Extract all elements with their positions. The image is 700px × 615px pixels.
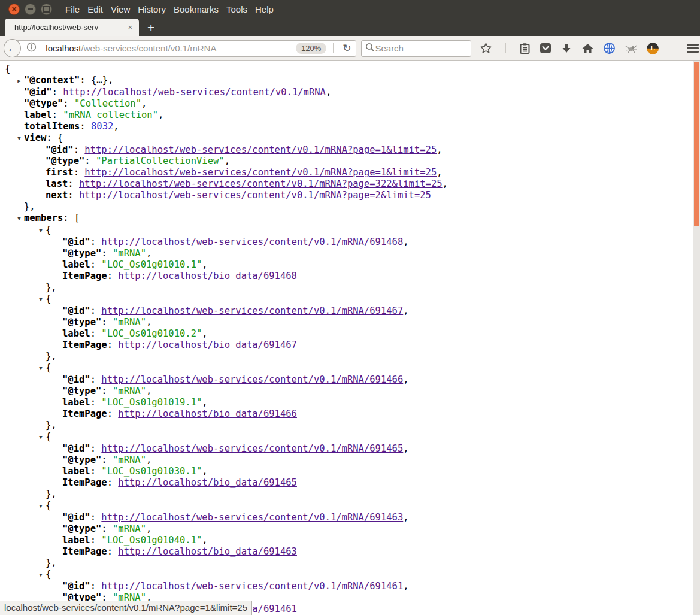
spider-addon-icon[interactable]	[625, 43, 638, 54]
json-punct: ,	[437, 167, 442, 178]
expanded-toggle-icon[interactable]: ▼	[36, 569, 46, 581]
json-link[interactable]: http://localhost/bio_data/691466	[118, 408, 297, 419]
json-key: "@type"	[62, 523, 101, 534]
new-tab-button[interactable]: +	[139, 21, 162, 36]
menu-view[interactable]: View	[111, 4, 130, 14]
menu-edit[interactable]: Edit	[87, 4, 103, 14]
scrollbar-track[interactable]	[693, 61, 700, 615]
zoom-level-badge[interactable]: 120%	[296, 43, 326, 54]
json-key: "@id"	[24, 87, 52, 98]
json-link[interactable]: http://localhost/web-services/content/v0…	[101, 305, 403, 316]
json-punct: ,	[403, 512, 408, 523]
json-key: label	[24, 110, 52, 120]
window-close-button[interactable]: ×	[8, 4, 20, 15]
json-link[interactable]: http://localhost/bio_data/691465	[118, 477, 297, 488]
expanded-toggle-icon[interactable]: ▼	[14, 213, 24, 225]
json-key: "@type"	[24, 98, 63, 109]
pocket-icon[interactable]	[540, 43, 551, 54]
menu-help[interactable]: Help	[255, 4, 274, 14]
tab-close-icon[interactable]: ×	[126, 23, 134, 32]
json-punct: },	[46, 282, 57, 293]
json-line: label: "LOC_Os01g01010.1",	[0, 259, 693, 271]
json-link[interactable]: http://localhost/web-services/content/v0…	[79, 178, 443, 189]
json-punct: :	[101, 386, 113, 396]
json-line: totalItems: 8032,	[0, 121, 693, 132]
json-link[interactable]: http://localhost/web-services/content/v0…	[101, 443, 403, 454]
expanded-toggle-icon[interactable]: ▼	[36, 225, 46, 237]
download-icon[interactable]	[560, 43, 572, 54]
json-punct: ,	[158, 110, 163, 120]
back-button[interactable]: ←	[4, 39, 21, 57]
json-punct: :	[90, 374, 102, 385]
json-key: last	[46, 178, 68, 189]
json-punct: ,	[403, 305, 408, 316]
url-path: /web-services/content/v0.1/mRNA	[81, 43, 217, 53]
json-punct: },	[24, 201, 35, 212]
json-line: label: "mRNA collection",	[0, 110, 693, 121]
json-punct: :	[90, 237, 102, 247]
json-punct: : [	[63, 213, 80, 223]
json-punct: :	[68, 190, 79, 201]
expanded-toggle-icon[interactable]: ▼	[14, 133, 24, 144]
bookmarks-menu-icon[interactable]	[519, 43, 531, 54]
json-link[interactable]: http://localhost/bio_data/691468	[118, 271, 297, 281]
json-link[interactable]: http://localhost/bio_data/691467	[118, 340, 297, 350]
json-string: "LOC_Os01g01010.2"	[101, 328, 202, 339]
json-key: label	[62, 535, 90, 546]
json-key: ItemPage	[62, 271, 107, 281]
json-link[interactable]: http://localhost/web-services/content/v0…	[63, 87, 326, 98]
json-line: ▼{	[0, 569, 693, 581]
menu-tools[interactable]: Tools	[226, 4, 247, 14]
json-punct: },	[46, 351, 57, 362]
menu-file[interactable]: File	[65, 4, 80, 14]
json-punct: {	[46, 225, 51, 235]
json-link[interactable]: http://localhost/web-services/content/v0…	[79, 190, 431, 201]
json-punct: :	[63, 98, 74, 109]
json-punct: ,	[403, 374, 408, 385]
globe-addon-icon[interactable]	[603, 42, 616, 54]
json-line: "@type": "mRNA",	[0, 523, 693, 535]
home-icon[interactable]	[581, 43, 594, 54]
json-line: "@id": http://localhost/web-services/con…	[0, 443, 693, 455]
json-link[interactable]: http://localhost/web-services/content/v0…	[84, 167, 437, 178]
json-punct: :	[101, 455, 113, 465]
reload-button[interactable]: ↻	[338, 42, 356, 54]
json-string: "Collection"	[74, 98, 141, 109]
json-link[interactable]: http://localhost/web-services/content/v0…	[84, 144, 437, 155]
json-line: last: http://localhost/web-services/cont…	[0, 178, 693, 190]
window-controls: ×	[8, 4, 52, 15]
json-punct: :	[90, 328, 102, 339]
window-minimize-button[interactable]	[25, 4, 36, 15]
json-link[interactable]: http://localhost/web-services/content/v0…	[101, 512, 403, 523]
window-maximize-button[interactable]	[41, 4, 52, 15]
json-link[interactable]: http://localhost/bio_data/691463	[118, 546, 297, 557]
json-string: "mRNA"	[113, 523, 146, 534]
close-icon: ×	[11, 5, 16, 13]
expanded-toggle-icon[interactable]: ▼	[36, 363, 46, 374]
site-info-icon[interactable]	[26, 42, 37, 54]
menu-hamburger-icon[interactable]	[686, 41, 700, 55]
search-input[interactable]	[375, 43, 459, 53]
json-punct: :	[107, 477, 119, 488]
json-punct: ,	[146, 523, 151, 534]
expanded-toggle-icon[interactable]: ▼	[36, 294, 46, 305]
url-text[interactable]: localhost/web-services/content/v0.1/mRNA	[46, 43, 296, 53]
json-punct: ,	[141, 98, 147, 109]
scrollbar-thumb[interactable]	[694, 62, 699, 226]
expanded-toggle-icon[interactable]: ▼	[36, 432, 46, 443]
json-line: },	[0, 420, 693, 431]
json-link[interactable]: http://localhost/web-services/content/v0…	[101, 237, 403, 247]
menu-history[interactable]: History	[138, 4, 166, 14]
expanded-toggle-icon[interactable]: ▼	[36, 501, 46, 512]
json-line: label: "LOC_Os01g01010.2",	[0, 328, 693, 340]
lightbeam-addon-icon[interactable]: L	[647, 43, 659, 54]
menu-bookmarks[interactable]: Bookmarks	[174, 4, 219, 14]
tab-active[interactable]: http://localhost/web-serv ×	[5, 19, 139, 36]
json-punct: ,	[225, 156, 230, 166]
url-bar[interactable]: localhost/web-services/content/v0.1/mRNA…	[13, 40, 356, 57]
json-link[interactable]: http://localhost/web-services/content/v0…	[101, 581, 403, 592]
collapsed-toggle-icon[interactable]: ▶	[14, 75, 24, 87]
json-link[interactable]: http://localhost/web-services/content/v0…	[101, 374, 403, 385]
bookmark-star-icon[interactable]	[480, 42, 492, 54]
search-bar[interactable]	[361, 40, 471, 57]
